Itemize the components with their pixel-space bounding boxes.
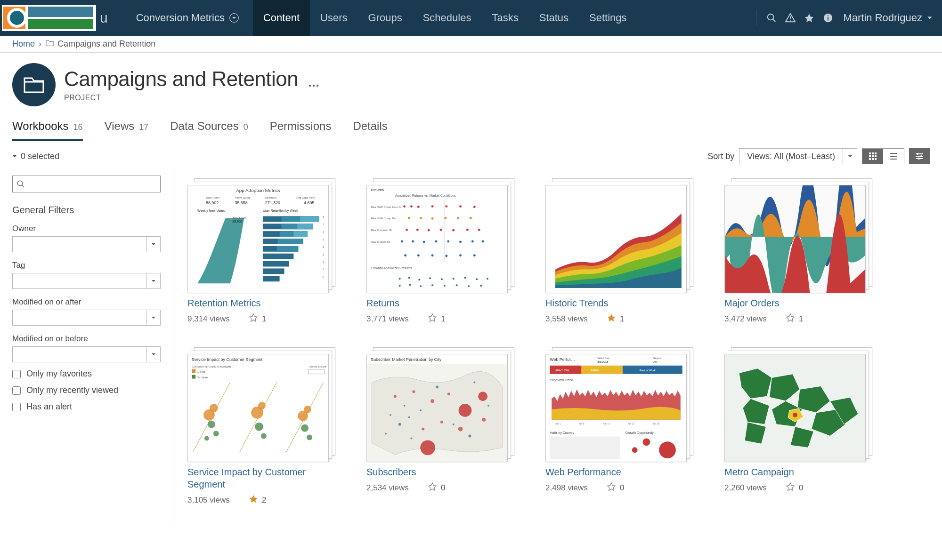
workbook-title[interactable]: Major Orders [724,297,875,309]
workbook-card[interactable]: Historic Trends 3,558 views 1 [545,178,696,325]
project-header: Campaigns and Retention PROJECT [0,53,942,106]
favorites-icon[interactable] [800,13,819,23]
svg-rect-9 [872,152,874,154]
grid-view-button[interactable] [862,149,883,164]
tab-workbooks[interactable]: Workbooks16 [12,120,83,141]
svg-text:Real S&P Comp Earn Gr: Real S&P Comp Earn Gr [371,206,402,208]
content-tabs: Workbooks16 Views17 Data Sources0 Permis… [0,106,942,142]
star-icon[interactable] [249,494,258,506]
svg-text:Region: Region [653,357,661,360]
svg-rect-18 [890,156,897,157]
selection-menu[interactable]: 0 selected [12,152,59,161]
view-count: 3,558 views [545,314,607,324]
star-icon[interactable] [607,313,616,325]
tab-details[interactable]: Details [353,120,387,141]
nav-tab-users[interactable]: Users [310,0,357,36]
svg-point-114 [453,278,455,280]
svg-point-161 [458,427,463,432]
sort-select[interactable]: Views: All (Most–Least) [739,148,857,164]
svg-point-150 [307,435,312,440]
nav-tab-tasks[interactable]: Tasks [481,0,528,36]
workbook-card[interactable]: Web Perfor… Select Date3/1/2018 RegionAl… [545,347,696,506]
svg-point-102 [459,254,462,256]
owner-select[interactable] [12,236,161,252]
workbook-card[interactable]: Metro Campaign 2,260 views 0 [724,347,875,506]
svg-point-163 [422,428,424,431]
svg-rect-11 [869,155,871,157]
favorite-count: 1 [262,314,266,324]
tag-select[interactable] [12,273,161,289]
workbook-card[interactable]: Returns Annualized Returns vs. Market Co… [366,178,517,325]
search-icon[interactable] [762,13,781,23]
svg-point-100 [431,254,434,256]
svg-text:Apr 1: Apr 1 [555,423,561,425]
svg-text:2: 2 [323,261,324,264]
view-count: 9,314 views [187,314,249,324]
tab-views[interactable]: Views17 [105,120,149,141]
nav-tab-settings[interactable]: Settings [579,0,637,36]
workbook-title[interactable]: Service Impact by Customer Segment [187,466,338,490]
has-alert-checkbox[interactable]: Has an alert [12,402,161,412]
svg-text:Customer tier (click to highli: Customer tier (click to highlight) [192,365,231,368]
svg-rect-13 [875,155,877,157]
nav-tab-status[interactable]: Status [529,0,579,36]
workbook-title[interactable]: Metro Campaign [724,466,875,478]
workbook-card[interactable]: App Adoption Metrics Total Users88,902 A… [187,178,338,325]
star-icon[interactable] [249,313,258,325]
alert-icon[interactable] [781,13,800,23]
workbook-title[interactable]: Returns [366,297,517,309]
tab-permissions[interactable]: Permissions [270,120,332,141]
svg-rect-129 [192,369,195,373]
modified-after-select[interactable] [12,310,161,326]
svg-point-143 [258,402,266,409]
workbook-card[interactable]: Major Orders 3,472 views 1 [724,178,875,325]
svg-point-125 [480,285,482,287]
user-menu[interactable]: Martin Rodriguez [843,12,933,24]
list-view-button[interactable] [883,149,904,164]
star-icon[interactable] [428,482,437,494]
svg-rect-57 [263,276,280,281]
filter-search-input[interactable] [28,180,156,188]
filter-panel-button[interactable] [909,148,930,164]
view-count: 3,105 views [187,496,249,505]
tag-label: Tag [12,261,161,270]
only-recently-viewed-checkbox[interactable]: Only my recently viewed [12,385,161,395]
filter-search[interactable] [12,176,161,192]
modified-before-select[interactable] [12,346,161,362]
star-icon[interactable] [786,313,795,325]
star-icon[interactable] [428,313,437,325]
view-count: 2,498 views [545,483,607,493]
thumbnail: Subscriber Market Penetration by City [367,354,507,462]
svg-text:88,902: 88,902 [232,220,242,223]
star-icon[interactable] [607,482,616,494]
svg-rect-51 [278,239,303,244]
svg-point-78 [420,217,422,219]
workbook-card[interactable]: Service Impact by Customer Segment Custo… [187,347,338,506]
workbook-card[interactable]: Subscriber Market Penetration by City Su… [366,347,517,506]
breadcrumb-home[interactable]: Home [12,39,35,49]
svg-point-77 [408,217,410,219]
sort-by-label: Sort by [707,152,734,161]
svg-point-89 [478,229,480,231]
workbook-title[interactable]: Subscribers [366,466,517,478]
svg-text:User Retention by Week: User Retention by Week [263,209,298,213]
svg-point-87 [452,229,455,232]
workbook-title[interactable]: Web Performance [545,466,696,478]
only-favorites-checkbox[interactable]: Only my favorites [12,369,161,379]
tab-datasources[interactable]: Data Sources0 [170,120,248,141]
svg-text:EMEA: EMEA [591,369,599,372]
thumbnail: Returns Annualized Returns vs. Market Co… [367,185,507,293]
info-icon[interactable] [819,13,837,23]
star-icon[interactable] [786,482,795,494]
nav-tab-schedules[interactable]: Schedules [413,0,482,36]
svg-point-168 [408,416,410,418]
svg-point-81 [457,217,459,219]
nav-tab-content[interactable]: Content [253,0,310,36]
nav-tab-groups[interactable]: Groups [357,0,412,36]
svg-point-123 [456,284,458,286]
workbook-title[interactable]: Historic Trends [545,297,696,309]
workbook-title[interactable]: Retention Metrics [187,297,338,309]
more-actions-button[interactable] [309,81,319,88]
svg-point-7 [317,84,318,86]
site-selector[interactable]: Conversion Metrics [136,12,239,24]
